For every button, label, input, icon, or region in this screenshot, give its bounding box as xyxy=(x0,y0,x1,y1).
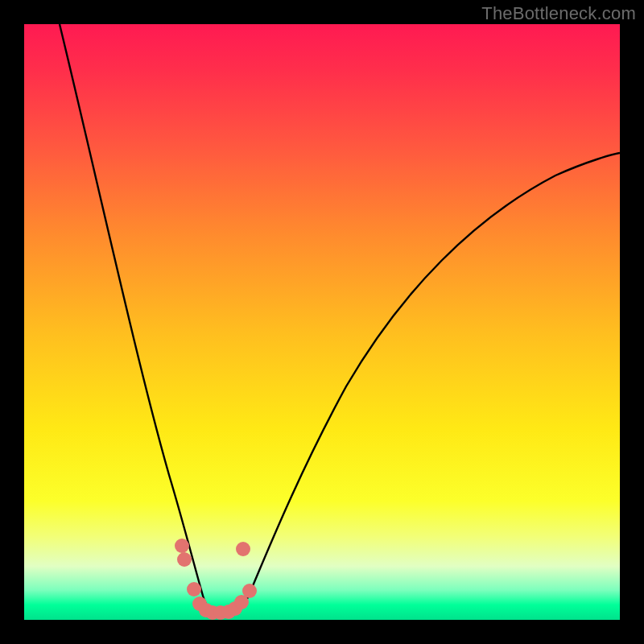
data-marker xyxy=(236,542,250,556)
data-marker xyxy=(175,539,189,553)
data-marker xyxy=(242,584,257,598)
plot-area xyxy=(24,24,620,620)
bottleneck-curve xyxy=(24,24,620,620)
marker-group xyxy=(175,539,257,620)
data-marker xyxy=(187,582,201,597)
watermark-text: TheBottleneck.com xyxy=(481,3,636,24)
curve-path xyxy=(60,24,620,613)
data-marker xyxy=(177,552,192,567)
chart-frame: TheBottleneck.com xyxy=(0,0,644,644)
